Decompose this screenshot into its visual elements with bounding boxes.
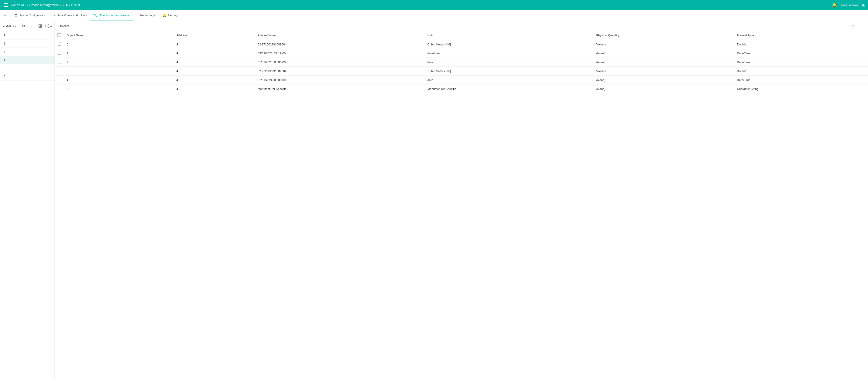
panel-actions [850, 23, 864, 29]
row-0-physical-quantity: Volume [594, 40, 734, 49]
objects-network-icon: ⋱ [94, 13, 97, 17]
sidebar-toolbar: ▶ M-Bus ▾ ⋮ [0, 21, 55, 31]
col-unit: Unit [425, 31, 593, 40]
topbar: Avelon AG › Device Management › AD77118C… [0, 0, 868, 10]
table-container: Object Name Address Present Value Unit P… [55, 31, 868, 379]
notification-bell-icon[interactable]: 🔔 [832, 2, 837, 7]
table-header-row: Object Name Address Present Value Unit P… [55, 31, 868, 40]
tab-alerting[interactable]: 🔔 Alerting [159, 10, 181, 21]
info-icon: i [45, 24, 49, 28]
breadcrumb-section[interactable]: Device Management [29, 3, 59, 7]
device-config-icon: ⊡ [14, 13, 17, 17]
select-all-checkbox[interactable] [58, 33, 61, 37]
sidebar-item-3[interactable]: 3 [0, 48, 55, 56]
sidebar-item-2[interactable]: 2 [0, 39, 55, 48]
row-4-present-type: Date/Time [734, 76, 868, 85]
breadcrumb: Avelon AG › Device Management › AD77118C… [10, 3, 80, 7]
grid-icon[interactable]: ⊞ [862, 2, 865, 7]
view-grid-icon [38, 24, 42, 28]
sidebar-actions: ⋮ [21, 23, 43, 29]
sidebar-item-5[interactable]: 5 [0, 64, 55, 72]
row-5-present-value: Manufacturer Specific [255, 85, 425, 93]
col-present-value: Present Value [255, 31, 425, 40]
row-5-checkbox[interactable] [58, 87, 61, 90]
sidebar-label-text: M-Bus [5, 24, 14, 28]
sidebar-item-1[interactable]: 1 [0, 31, 55, 39]
hamburger-menu[interactable] [3, 2, 9, 7]
tab-data-points[interactable]: ≡ Data Points and Filters [50, 10, 91, 21]
select-all-header [55, 31, 64, 40]
col-address: Address [174, 31, 255, 40]
tab-objects-network[interactable]: ⋱ Objects on the Network [90, 10, 133, 21]
row-4-present-value: 01/01/2024, 00:00:00 [255, 76, 425, 85]
row-1-physical-quantity: (None) [594, 49, 734, 58]
row-2-address: 4 [174, 58, 255, 67]
row-3-checkbox[interactable] [58, 69, 61, 72]
breadcrumb-company[interactable]: Avelon AG [10, 3, 26, 7]
sidebar-item-4[interactable]: 4 [0, 56, 55, 64]
row-3-checkbox-cell [55, 67, 64, 76]
row-5-present-type: Character String [734, 85, 868, 93]
table-row: 3 4 62.972002991009504 Cubic Meters [m³]… [55, 67, 868, 76]
row-5-unit: Manufacturer Specific [425, 85, 593, 93]
tab-device-config[interactable]: ⊡ Device Configuration [11, 10, 50, 21]
play-icon: ▶ [3, 25, 5, 27]
sidebar-item-6[interactable]: 6 [0, 72, 55, 81]
svg-line-1 [24, 27, 25, 28]
row-4-address: 4 [174, 76, 255, 85]
svg-rect-4 [39, 26, 40, 27]
dropdown-icon: ▾ [15, 25, 16, 27]
tab-recordings-label: Recordings [140, 13, 155, 17]
table-header: Object Name Address Present Value Unit P… [55, 31, 868, 40]
row-0-address: 4 [174, 40, 255, 49]
refresh-button[interactable] [850, 23, 856, 29]
row-1-checkbox[interactable] [58, 51, 61, 55]
tab-alerting-label: Alerting [167, 13, 178, 17]
view-toggle-button[interactable] [37, 23, 43, 29]
back-button[interactable]: ← [2, 12, 9, 19]
row-3-present-value: 62.972002991009504 [255, 67, 425, 76]
add-button[interactable] [858, 23, 864, 29]
row-1-present-type: Date/Time [734, 49, 868, 58]
table-body: 0 4 62.972002991009504 Cubic Meters [m³]… [55, 40, 868, 93]
user-name: Aaron Adams [840, 3, 858, 7]
search-button[interactable] [21, 23, 27, 29]
row-2-checkbox[interactable] [58, 60, 61, 63]
table-row: 2 4 01/01/2023, 00:00:00 date (None) Dat… [55, 58, 868, 67]
col-physical-quantity: Physical Quantity [594, 31, 734, 40]
breadcrumb-device[interactable]: AD77118C9 [62, 3, 80, 7]
sidebar-list: 1 2 3 4 5 6 [0, 31, 55, 379]
right-panel-header: Objects [55, 21, 868, 31]
row-1-unit: date/time [425, 49, 593, 58]
row-2-unit: date [425, 58, 593, 67]
main-area: ▶ M-Bus ▾ ⋮ [0, 21, 868, 379]
row-0-checkbox-cell [55, 40, 64, 49]
tabbar: ← ⊡ Device Configuration ≡ Data Points a… [0, 10, 868, 21]
table-row: 5 4 Manufacturer Specific Manufacturer S… [55, 85, 868, 93]
row-4-object-name: 4 [64, 76, 174, 85]
table-row: 4 4 01/01/2024, 00:00:00 date (None) Dat… [55, 76, 868, 85]
row-0-unit: Cubic Meters [m³] [425, 40, 593, 49]
add-icon [859, 24, 863, 28]
sidebar-label[interactable]: ▶ M-Bus ▾ [3, 24, 19, 28]
row-0-checkbox[interactable] [58, 42, 61, 46]
row-1-address: 4 [174, 49, 255, 58]
row-1-present-value: 03/09/2023, 22:19:00 [255, 49, 425, 58]
row-3-present-type: Double [734, 67, 868, 76]
row-4-checkbox[interactable] [58, 78, 61, 81]
row-4-checkbox-cell [55, 76, 64, 85]
svg-rect-3 [40, 25, 41, 26]
row-3-address: 4 [174, 67, 255, 76]
more-options-button[interactable]: ⋮ [29, 23, 35, 29]
tab-device-config-label: Device Configuration [19, 13, 46, 17]
row-4-physical-quantity: (None) [594, 76, 734, 85]
tab-data-points-label: Data Points and Filters [57, 13, 87, 17]
row-5-physical-quantity: (None) [594, 85, 734, 93]
right-panel: Objects [55, 21, 868, 379]
row-5-checkbox-cell [55, 85, 64, 93]
row-3-unit: Cubic Meters [m³] [425, 67, 593, 76]
recordings-icon: ○ [137, 13, 139, 17]
panel-title: Objects [58, 24, 69, 28]
tab-recordings[interactable]: ○ Recordings [133, 10, 159, 21]
row-0-present-value: 62.972002991009504 [255, 40, 425, 49]
